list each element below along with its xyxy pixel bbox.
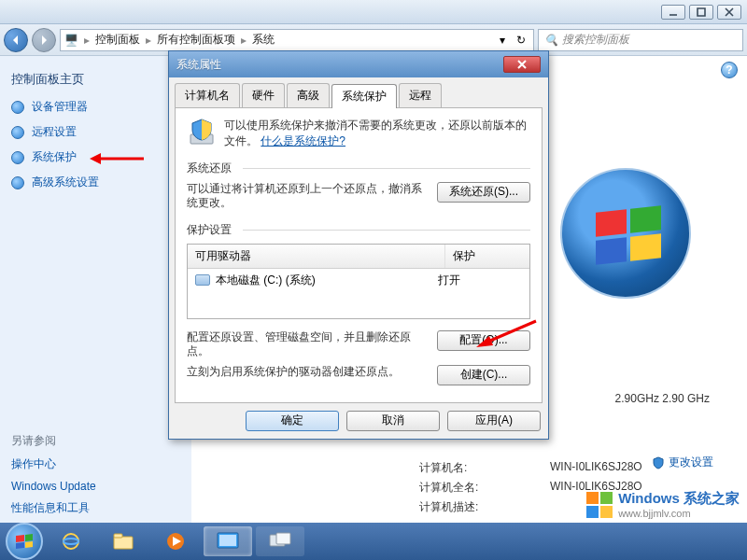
see-also-performance[interactable]: 性能信息和工具 (11, 500, 180, 516)
taskbar (0, 523, 747, 560)
tab-system-protection[interactable]: 系统保护 (331, 84, 397, 108)
tab-advanced[interactable]: 高级 (287, 83, 330, 107)
start-button[interactable] (6, 523, 43, 560)
restore-description: 可以通过将计算机还原到上一个还原点，撤消系统更改。 (187, 182, 430, 211)
system-restore-group-title: 系统还原 (187, 161, 530, 176)
drive-listbox[interactable]: 可用驱动器 保护 本地磁盘 (C:) (系统) 打开 (187, 244, 530, 319)
sidebar-item-device-manager[interactable]: 设备管理器 (11, 99, 180, 115)
col-available-drives: 可用驱动器 (188, 245, 445, 268)
address-dropdown-button[interactable]: ▾ (494, 32, 511, 49)
ok-button[interactable]: 确定 (246, 411, 339, 431)
shield-icon (11, 126, 24, 139)
protection-settings-group-title: 保护设置 (187, 222, 530, 238)
tab-remote[interactable]: 远程 (399, 83, 442, 107)
create-restore-point-button[interactable]: 创建(C)... (437, 365, 530, 385)
dialog-footer: 确定 取消 应用(A) (169, 403, 548, 439)
sidebar: 控制面板主页 设备管理器 远程设置 系统保护 高级系统设置 另请参阅 操作中心 … (0, 56, 191, 523)
svg-rect-12 (276, 533, 290, 544)
window-minimize-button[interactable] (661, 5, 685, 20)
create-description: 立刻为启用系统保护的驱动器创建还原点。 (187, 365, 430, 380)
sidebar-item-system-protection[interactable]: 系统保护 (11, 149, 180, 165)
windows-logo (560, 168, 691, 299)
sidebar-item-advanced-settings[interactable]: 高级系统设置 (11, 175, 180, 190)
what-is-protection-link[interactable]: 什么是系统保护? (261, 134, 345, 147)
protection-icon (187, 118, 217, 147)
window-titlebar (0, 0, 747, 24)
breadcrumb-sep: ▸ (84, 34, 90, 47)
svg-rect-10 (219, 535, 236, 546)
svg-rect-6 (114, 534, 122, 538)
svg-point-3 (63, 534, 78, 549)
dialog-close-button[interactable] (503, 56, 541, 73)
dialog-titlebar[interactable]: 系统属性 (169, 51, 548, 77)
refresh-button[interactable]: ↻ (513, 32, 529, 49)
sidebar-item-remote-settings[interactable]: 远程设置 (11, 124, 180, 140)
configure-description: 配置还原设置、管理磁盘空间，并且删除还原点。 (187, 330, 430, 359)
shield-icon (11, 176, 24, 189)
see-also-action-center[interactable]: 操作中心 (11, 456, 180, 472)
shield-icon (11, 151, 24, 164)
address-bar[interactable]: 🖥️ ▸ 控制面板 ▸ 所有控制面板项 ▸ 系统 ▾ ↻ (60, 29, 534, 51)
dialog-title: 系统属性 (176, 57, 221, 73)
shield-icon (652, 456, 665, 469)
svg-point-4 (63, 539, 78, 544)
system-properties-dialog: 系统属性 计算机名 硬件 高级 系统保护 远程 可以使用系统保护来撤消不需要的系… (168, 50, 549, 440)
computer-icon: 🖥️ (64, 34, 78, 47)
cpu-speed-text: 2.90GHz 2.90 GHz (615, 392, 710, 405)
col-protection: 保护 (445, 245, 529, 268)
nav-back-button[interactable] (4, 28, 28, 52)
cancel-button[interactable]: 取消 (346, 411, 440, 431)
taskbar-explorer-button[interactable] (99, 526, 148, 556)
see-also-windows-update[interactable]: Windows Update (11, 480, 180, 493)
see-also-title: 另请参阅 (11, 433, 180, 449)
nav-forward-button[interactable] (32, 28, 56, 52)
search-placeholder: 搜索控制面板 (562, 32, 629, 48)
intro-text: 可以使用系统保护来撤消不需要的系统更改，还原以前版本的文件。 什么是系统保护? (224, 118, 530, 149)
breadcrumb[interactable]: 所有控制面板项 (157, 32, 235, 48)
configure-button[interactable]: 配置(O)... (437, 330, 530, 351)
drive-row[interactable]: 本地磁盘 (C:) (系统) 打开 (188, 269, 529, 292)
window-close-button[interactable] (717, 5, 741, 20)
search-icon: 🔍 (544, 34, 558, 47)
taskbar-media-player-button[interactable] (151, 526, 200, 556)
dialog-tabs: 计算机名 硬件 高级 系统保护 远程 (169, 77, 548, 107)
change-settings-link[interactable]: 更改设置 (652, 455, 713, 470)
window-maximize-button[interactable] (689, 5, 713, 20)
system-restore-button[interactable]: 系统还原(S)... (437, 182, 530, 203)
tab-computer-name[interactable]: 计算机名 (175, 83, 240, 107)
search-input[interactable]: 🔍 搜索控制面板 (538, 29, 743, 51)
taskbar-control-panel-button[interactable] (204, 526, 252, 556)
shield-icon (11, 101, 24, 114)
apply-button[interactable]: 应用(A) (447, 411, 541, 431)
taskbar-ie-button[interactable] (47, 526, 95, 556)
tab-hardware[interactable]: 硬件 (242, 83, 285, 107)
svg-rect-5 (114, 537, 133, 549)
taskbar-system-properties-button[interactable] (256, 526, 304, 556)
breadcrumb[interactable]: 系统 (252, 32, 275, 48)
sidebar-title: 控制面板主页 (11, 71, 180, 88)
watermark: Windows 系统之家 www.bjjmlv.com (586, 490, 740, 519)
drive-icon (195, 274, 210, 286)
tab-panel: 可以使用系统保护来撤消不需要的系统更改，还原以前版本的文件。 什么是系统保护? … (175, 107, 543, 403)
watermark-logo-icon (586, 492, 613, 518)
breadcrumb[interactable]: 控制面板 (95, 32, 140, 48)
